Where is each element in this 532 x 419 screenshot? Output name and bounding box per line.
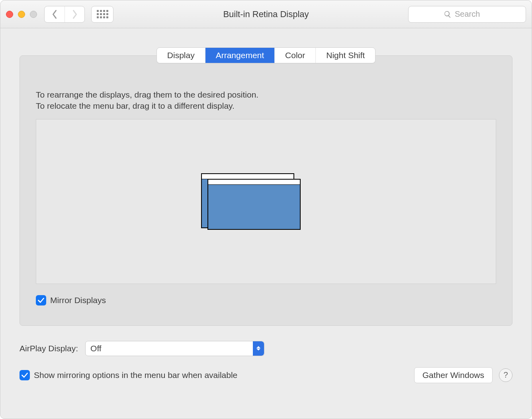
tabs: Display Arrangement Color Night Shift [156,47,376,63]
arrangement-card: To rearrange the displays, drag them to … [20,55,512,326]
tab-color[interactable]: Color [274,48,315,63]
search-field[interactable] [408,6,526,23]
help-button[interactable]: ? [499,368,512,382]
chevron-left-icon [51,10,58,19]
display-rect-primary[interactable] [207,179,301,230]
airplay-display-select[interactable]: Off [85,341,264,356]
display-body [208,185,300,229]
airplay-label: AirPlay Display: [20,344,78,353]
tab-display[interactable]: Display [157,48,205,63]
instructions-line-2: To relocate the menu bar, drag it to a d… [36,100,496,112]
airplay-display-value: Off [86,344,102,353]
checkmark-icon [21,371,29,379]
show-all-button[interactable] [91,6,113,23]
show-mirroring-menu-label: Show mirroring options in the menu bar w… [34,370,237,380]
search-icon [444,10,452,18]
instructions-line-1: To rearrange the displays, drag them to … [36,89,496,100]
tab-night-shift[interactable]: Night Shift [315,48,375,63]
chevron-right-icon [71,10,78,19]
search-input[interactable] [455,10,491,19]
body: Display Arrangement Color Night Shift To… [0,28,532,419]
mirror-displays-label: Mirror Displays [50,296,106,305]
tab-arrangement[interactable]: Arrangement [205,48,274,63]
preferences-window: Built-in Retina Display Display Arrangem… [0,0,532,419]
grid-icon [97,10,108,18]
show-mirroring-menu-checkbox[interactable] [20,370,30,380]
gather-windows-button[interactable]: Gather Windows [414,367,493,383]
display-arrangement-area[interactable] [36,119,496,284]
menubar-indicator[interactable] [208,180,300,185]
zoom-window-button[interactable] [30,11,37,18]
instructions: To rearrange the displays, drag them to … [36,89,496,112]
nav-back-forward [44,6,85,23]
titlebar: Built-in Retina Display [0,0,532,28]
forward-button[interactable] [65,6,84,22]
updown-icon [253,341,264,356]
minimize-window-button[interactable] [18,11,25,18]
back-button[interactable] [45,6,65,22]
close-window-button[interactable] [6,11,13,18]
checkmark-icon [37,296,45,304]
traffic-lights [6,11,37,18]
mirror-displays-checkbox[interactable] [36,295,46,305]
